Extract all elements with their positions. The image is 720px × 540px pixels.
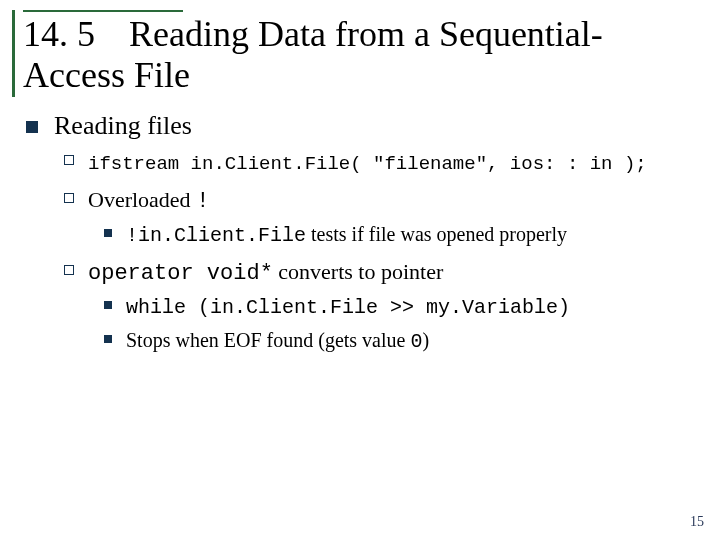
l3-text: tests if file was opened properly xyxy=(306,223,567,245)
title-text: Reading Data from a Sequential-Access Fi… xyxy=(23,14,603,95)
sublist: !in.Client.File tests if file was opened… xyxy=(104,221,702,249)
slide: 14. 5Reading Data from a Sequential-Acce… xyxy=(0,0,720,540)
list-item: !in.Client.File tests if file was opened… xyxy=(104,221,702,249)
list-item: operator void* converts to pointer while… xyxy=(64,257,702,355)
slide-title: 14. 5Reading Data from a Sequential-Acce… xyxy=(23,14,702,97)
section-number: 14. 5 xyxy=(23,14,95,54)
page-number: 15 xyxy=(690,514,704,530)
l3-text: ) xyxy=(422,329,429,351)
code-snippet: while (in.Client.File >> my.Variable) xyxy=(126,296,570,319)
list-item: Stops when EOF found (gets value 0) xyxy=(104,327,702,355)
l1-text: Reading files xyxy=(54,111,192,140)
code-snippet: !in.Client.File xyxy=(126,224,306,247)
sublist: while (in.Client.File >> my.Variable) St… xyxy=(104,293,702,355)
bullet-list: Reading files ifstream in.Client.File( "… xyxy=(26,111,702,355)
code-snippet: operator void* xyxy=(88,261,273,286)
list-item: Reading files ifstream in.Client.File( "… xyxy=(26,111,702,355)
list-item: Overloaded ! !in.Client.File tests if fi… xyxy=(64,185,702,249)
title-block: 14. 5Reading Data from a Sequential-Acce… xyxy=(12,10,702,97)
list-item: ifstream in.Client.File( "filename", ios… xyxy=(64,147,702,178)
list-item: while (in.Client.File >> my.Variable) xyxy=(104,293,702,321)
code-snippet: ! xyxy=(196,189,209,214)
l3-text: Stops when EOF found (gets value xyxy=(126,329,410,351)
code-snippet: 0 xyxy=(410,330,422,353)
l2-text: converts to pointer xyxy=(273,259,443,284)
code-snippet: ifstream in.Client.File( "filename", ios… xyxy=(88,153,647,175)
title-rule xyxy=(23,10,183,12)
sublist: ifstream in.Client.File( "filename", ios… xyxy=(64,147,702,355)
l2-text: Overloaded xyxy=(88,187,196,212)
